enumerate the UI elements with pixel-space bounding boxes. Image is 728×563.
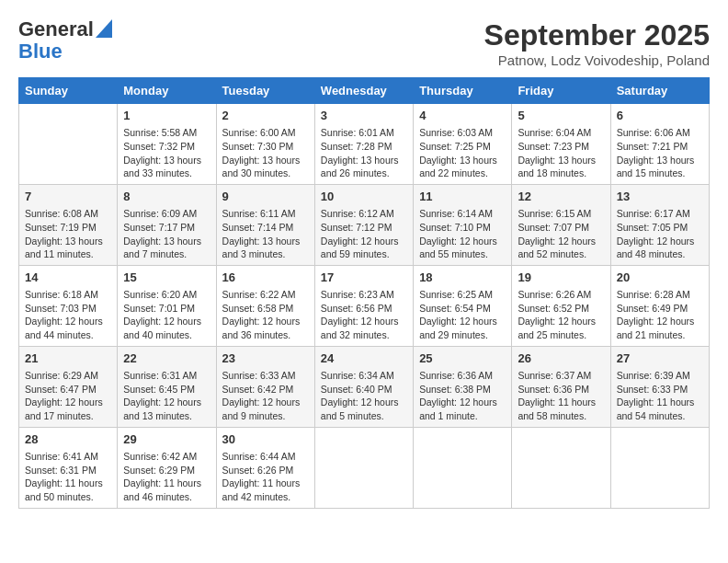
day-cell [610,427,709,508]
logo-general: General [18,18,94,40]
day-info: Sunrise: 6:22 AMSunset: 6:58 PMDaylight:… [222,288,309,342]
day-cell: 26 Sunrise: 6:37 AMSunset: 6:36 PMDaylig… [512,346,610,427]
week-row-2: 7 Sunrise: 6:08 AMSunset: 7:19 PMDayligh… [19,184,710,265]
day-number: 12 [518,189,604,205]
logo-blue: Blue [18,40,112,63]
day-info: Sunrise: 6:12 AMSunset: 7:12 PMDaylight:… [321,207,407,261]
day-cell: 11 Sunrise: 6:14 AMSunset: 7:10 PMDaylig… [414,184,512,265]
week-row-3: 14 Sunrise: 6:18 AMSunset: 7:03 PMDaylig… [19,265,710,346]
day-number: 28 [25,431,111,448]
logo-arrow-icon [96,19,112,38]
day-cell: 22 Sunrise: 6:31 AMSunset: 6:45 PMDaylig… [118,346,216,427]
day-number: 1 [123,108,210,124]
day-cell: 19 Sunrise: 6:26 AMSunset: 6:52 PMDaylig… [512,265,610,346]
day-number: 17 [321,270,407,286]
header-row: SundayMondayTuesdayWednesdayThursdayFrid… [19,78,710,104]
header-friday: Friday [512,78,610,104]
day-info: Sunrise: 6:26 AMSunset: 6:52 PMDaylight:… [518,288,604,342]
day-info: Sunrise: 6:08 AMSunset: 7:19 PMDaylight:… [25,207,111,261]
day-info: Sunrise: 6:00 AMSunset: 7:30 PMDaylight:… [222,126,309,180]
day-cell: 23 Sunrise: 6:33 AMSunset: 6:42 PMDaylig… [216,346,314,427]
week-row-1: 1 Sunrise: 5:58 AMSunset: 7:32 PMDayligh… [19,104,710,185]
day-info: Sunrise: 6:25 AMSunset: 6:54 PMDaylight:… [419,288,506,342]
day-number: 3 [321,108,407,124]
day-info: Sunrise: 6:23 AMSunset: 6:56 PMDaylight:… [321,288,407,342]
logo: General Blue [18,18,112,63]
day-number: 4 [419,108,506,124]
day-cell: 1 Sunrise: 5:58 AMSunset: 7:32 PMDayligh… [118,104,216,185]
day-info: Sunrise: 6:37 AMSunset: 6:36 PMDaylight:… [518,369,604,423]
day-cell: 15 Sunrise: 6:20 AMSunset: 7:01 PMDaylig… [118,265,216,346]
title-block: September 2025 Patnow, Lodz Voivodeship,… [484,18,710,68]
day-info: Sunrise: 6:14 AMSunset: 7:10 PMDaylight:… [419,207,506,261]
day-info: Sunrise: 6:03 AMSunset: 7:25 PMDaylight:… [419,126,506,180]
day-info: Sunrise: 6:06 AMSunset: 7:21 PMDaylight:… [617,126,703,180]
day-number: 9 [222,189,309,205]
location-title: Patnow, Lodz Voivodeship, Poland [484,52,710,68]
day-info: Sunrise: 6:28 AMSunset: 6:49 PMDaylight:… [617,288,703,342]
day-number: 13 [617,189,703,205]
day-cell: 7 Sunrise: 6:08 AMSunset: 7:19 PMDayligh… [19,184,118,265]
day-cell: 21 Sunrise: 6:29 AMSunset: 6:47 PMDaylig… [19,346,118,427]
header-wednesday: Wednesday [314,78,413,104]
day-number: 24 [321,350,407,367]
day-cell: 20 Sunrise: 6:28 AMSunset: 6:49 PMDaylig… [610,265,709,346]
day-cell: 18 Sunrise: 6:25 AMSunset: 6:54 PMDaylig… [414,265,512,346]
header-thursday: Thursday [414,78,512,104]
day-info: Sunrise: 6:31 AMSunset: 6:45 PMDaylight:… [123,369,210,423]
day-cell: 12 Sunrise: 6:15 AMSunset: 7:07 PMDaylig… [512,184,610,265]
day-cell: 3 Sunrise: 6:01 AMSunset: 7:28 PMDayligh… [314,104,413,185]
day-cell: 25 Sunrise: 6:36 AMSunset: 6:38 PMDaylig… [414,346,512,427]
day-info: Sunrise: 6:04 AMSunset: 7:23 PMDaylight:… [518,126,604,180]
day-cell: 27 Sunrise: 6:39 AMSunset: 6:33 PMDaylig… [610,346,709,427]
day-info: Sunrise: 6:01 AMSunset: 7:28 PMDaylight:… [321,126,407,180]
day-info: Sunrise: 6:11 AMSunset: 7:14 PMDaylight:… [222,207,309,261]
day-cell: 4 Sunrise: 6:03 AMSunset: 7:25 PMDayligh… [414,104,512,185]
day-info: Sunrise: 6:39 AMSunset: 6:33 PMDaylight:… [617,369,703,423]
day-cell [19,104,118,185]
day-cell: 6 Sunrise: 6:06 AMSunset: 7:21 PMDayligh… [610,104,709,185]
day-info: Sunrise: 6:09 AMSunset: 7:17 PMDaylight:… [123,207,210,261]
month-title: September 2025 [484,18,710,52]
day-number: 7 [25,189,111,205]
day-info: Sunrise: 6:34 AMSunset: 6:40 PMDaylight:… [321,369,407,423]
day-number: 19 [518,270,604,286]
day-number: 20 [617,270,703,286]
day-number: 21 [25,350,111,367]
day-cell: 10 Sunrise: 6:12 AMSunset: 7:12 PMDaylig… [314,184,413,265]
day-cell: 8 Sunrise: 6:09 AMSunset: 7:17 PMDayligh… [118,184,216,265]
day-info: Sunrise: 6:36 AMSunset: 6:38 PMDaylight:… [419,369,506,423]
day-number: 26 [518,350,604,367]
day-cell [314,427,413,508]
calendar-table: SundayMondayTuesdayWednesdayThursdayFrid… [18,77,710,509]
header-tuesday: Tuesday [216,78,314,104]
day-cell: 2 Sunrise: 6:00 AMSunset: 7:30 PMDayligh… [216,104,314,185]
day-number: 29 [123,431,210,448]
day-number: 6 [617,108,703,124]
day-info: Sunrise: 6:33 AMSunset: 6:42 PMDaylight:… [222,369,309,423]
day-number: 15 [123,270,210,286]
day-info: Sunrise: 6:41 AMSunset: 6:31 PMDaylight:… [25,450,111,504]
day-number: 14 [25,270,111,286]
day-cell: 28 Sunrise: 6:41 AMSunset: 6:31 PMDaylig… [19,427,118,508]
day-info: Sunrise: 6:18 AMSunset: 7:03 PMDaylight:… [25,288,111,342]
day-number: 27 [617,350,703,367]
day-cell [414,427,512,508]
day-number: 16 [222,270,309,286]
day-number: 8 [123,189,210,205]
day-cell: 29 Sunrise: 6:42 AMSunset: 6:29 PMDaylig… [118,427,216,508]
day-cell: 5 Sunrise: 6:04 AMSunset: 7:23 PMDayligh… [512,104,610,185]
page-header: General Blue September 2025 Patnow, Lodz… [18,18,710,68]
day-number: 5 [518,108,604,124]
day-cell: 16 Sunrise: 6:22 AMSunset: 6:58 PMDaylig… [216,265,314,346]
day-number: 30 [222,431,309,448]
header-sunday: Sunday [19,78,118,104]
day-info: Sunrise: 6:44 AMSunset: 6:26 PMDaylight:… [222,450,309,504]
week-row-4: 21 Sunrise: 6:29 AMSunset: 6:47 PMDaylig… [19,346,710,427]
header-monday: Monday [118,78,216,104]
day-number: 11 [419,189,506,205]
week-row-5: 28 Sunrise: 6:41 AMSunset: 6:31 PMDaylig… [19,427,710,508]
day-info: Sunrise: 6:29 AMSunset: 6:47 PMDaylight:… [25,369,111,423]
svg-marker-0 [96,19,112,38]
day-number: 2 [222,108,309,124]
